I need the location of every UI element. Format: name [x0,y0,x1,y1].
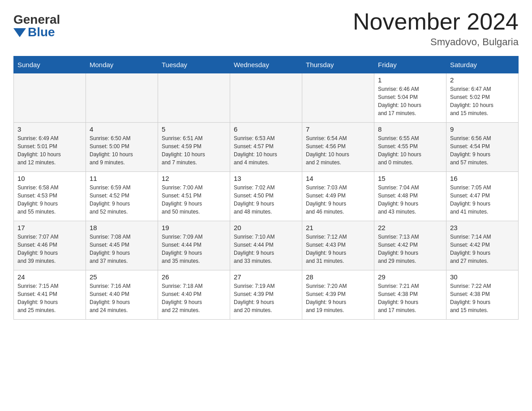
day-number: 19 [162,224,226,231]
day-info: Sunrise: 6:51 AM Sunset: 4:59 PM Dayligh… [162,134,226,167]
day-info: Sunrise: 6:47 AM Sunset: 5:02 PM Dayligh… [450,85,515,117]
day-info: Sunrise: 6:50 AM Sunset: 5:00 PM Dayligh… [90,134,154,167]
calendar-table: SundayMondayTuesdayWednesdayThursdayFrid… [13,56,519,320]
calendar-week-row: 10Sunrise: 6:58 AM Sunset: 4:53 PM Dayli… [14,172,519,221]
day-number: 15 [378,175,442,182]
calendar-cell: 1Sunrise: 6:46 AM Sunset: 5:04 PM Daylig… [374,73,446,123]
day-info: Sunrise: 7:04 AM Sunset: 4:48 PM Dayligh… [378,184,442,216]
day-info: Sunrise: 7:10 AM Sunset: 4:44 PM Dayligh… [234,233,298,265]
day-info: Sunrise: 7:15 AM Sunset: 4:41 PM Dayligh… [17,282,82,314]
day-info: Sunrise: 7:20 AM Sunset: 4:39 PM Dayligh… [306,282,370,314]
day-number: 24 [17,273,82,281]
day-number: 27 [234,273,298,281]
page-header: General Blue November 2024 Smyadovo, Bul… [13,9,519,48]
day-info: Sunrise: 7:14 AM Sunset: 4:42 PM Dayligh… [450,233,515,265]
day-number: 11 [90,175,154,182]
column-header-sunday: Sunday [14,56,86,73]
column-header-saturday: Saturday [446,56,519,73]
day-info: Sunrise: 6:55 AM Sunset: 4:55 PM Dayligh… [378,134,442,167]
day-info: Sunrise: 6:49 AM Sunset: 5:01 PM Dayligh… [17,134,82,167]
day-number: 23 [450,224,515,231]
day-number: 22 [378,224,442,231]
day-info: Sunrise: 7:22 AM Sunset: 4:38 PM Dayligh… [450,282,515,314]
day-info: Sunrise: 7:09 AM Sunset: 4:44 PM Dayligh… [162,233,226,265]
calendar-cell [158,73,230,123]
day-info: Sunrise: 7:07 AM Sunset: 4:46 PM Dayligh… [17,233,82,265]
day-number: 9 [450,125,515,133]
calendar-cell: 3Sunrise: 6:49 AM Sunset: 5:01 PM Daylig… [14,123,86,172]
day-number: 18 [90,224,154,231]
day-number: 17 [17,224,82,231]
day-number: 16 [450,175,515,182]
day-number: 28 [306,273,370,281]
day-info: Sunrise: 7:05 AM Sunset: 4:47 PM Dayligh… [450,184,515,216]
day-info: Sunrise: 7:02 AM Sunset: 4:50 PM Dayligh… [234,184,298,216]
calendar-cell: 18Sunrise: 7:08 AM Sunset: 4:45 PM Dayli… [86,221,158,270]
day-number: 3 [17,125,82,133]
day-number: 6 [234,125,298,133]
day-number: 25 [90,273,154,281]
calendar-cell: 19Sunrise: 7:09 AM Sunset: 4:44 PM Dayli… [158,221,230,270]
day-number: 5 [162,125,226,133]
day-info: Sunrise: 6:46 AM Sunset: 5:04 PM Dayligh… [378,85,442,117]
logo-triangle-icon [13,28,26,37]
calendar-week-row: 17Sunrise: 7:07 AM Sunset: 4:46 PM Dayli… [14,221,519,270]
day-info: Sunrise: 6:54 AM Sunset: 4:56 PM Dayligh… [306,134,370,167]
day-number: 4 [90,125,154,133]
day-info: Sunrise: 7:21 AM Sunset: 4:38 PM Dayligh… [378,282,442,314]
calendar-cell: 20Sunrise: 7:10 AM Sunset: 4:44 PM Dayli… [230,221,302,270]
day-info: Sunrise: 7:13 AM Sunset: 4:42 PM Dayligh… [378,233,442,265]
calendar-cell [230,73,302,123]
day-number: 1 [378,76,442,84]
column-header-monday: Monday [86,56,158,73]
day-info: Sunrise: 7:12 AM Sunset: 4:43 PM Dayligh… [306,233,370,265]
logo-blue-text: Blue [28,26,55,39]
column-header-thursday: Thursday [302,56,374,73]
location-title: Smyadovo, Bulgaria [353,36,519,48]
title-area: November 2024 Smyadovo, Bulgaria [353,9,519,48]
day-number: 12 [162,175,226,182]
day-number: 2 [450,76,515,84]
month-title: November 2024 [353,9,519,34]
calendar-cell: 30Sunrise: 7:22 AM Sunset: 4:38 PM Dayli… [446,270,519,320]
calendar-cell: 24Sunrise: 7:15 AM Sunset: 4:41 PM Dayli… [14,270,86,320]
day-number: 14 [306,175,370,182]
calendar-cell: 21Sunrise: 7:12 AM Sunset: 4:43 PM Dayli… [302,221,374,270]
calendar-cell: 12Sunrise: 7:00 AM Sunset: 4:51 PM Dayli… [158,172,230,221]
day-number: 21 [306,224,370,231]
calendar-cell: 10Sunrise: 6:58 AM Sunset: 4:53 PM Dayli… [14,172,86,221]
calendar-cell: 25Sunrise: 7:16 AM Sunset: 4:40 PM Dayli… [86,270,158,320]
day-info: Sunrise: 7:16 AM Sunset: 4:40 PM Dayligh… [90,282,154,314]
day-number: 7 [306,125,370,133]
calendar-week-row: 24Sunrise: 7:15 AM Sunset: 4:41 PM Dayli… [14,270,519,320]
day-number: 26 [162,273,226,281]
day-number: 8 [378,125,442,133]
logo-general-text: General [13,13,60,26]
calendar-cell: 6Sunrise: 6:53 AM Sunset: 4:57 PM Daylig… [230,123,302,172]
day-info: Sunrise: 7:19 AM Sunset: 4:39 PM Dayligh… [234,282,298,314]
day-info: Sunrise: 7:03 AM Sunset: 4:49 PM Dayligh… [306,184,370,216]
logo: General Blue [13,13,60,39]
column-header-friday: Friday [374,56,446,73]
day-info: Sunrise: 6:56 AM Sunset: 4:54 PM Dayligh… [450,134,515,167]
calendar-cell: 11Sunrise: 6:59 AM Sunset: 4:52 PM Dayli… [86,172,158,221]
calendar-cell: 23Sunrise: 7:14 AM Sunset: 4:42 PM Dayli… [446,221,519,270]
calendar-cell: 5Sunrise: 6:51 AM Sunset: 4:59 PM Daylig… [158,123,230,172]
day-number: 13 [234,175,298,182]
day-info: Sunrise: 6:58 AM Sunset: 4:53 PM Dayligh… [17,184,82,216]
day-info: Sunrise: 7:00 AM Sunset: 4:51 PM Dayligh… [162,184,226,216]
calendar-week-row: 3Sunrise: 6:49 AM Sunset: 5:01 PM Daylig… [14,123,519,172]
calendar-cell [302,73,374,123]
calendar-cell: 7Sunrise: 6:54 AM Sunset: 4:56 PM Daylig… [302,123,374,172]
calendar-cell: 28Sunrise: 7:20 AM Sunset: 4:39 PM Dayli… [302,270,374,320]
calendar-cell [86,73,158,123]
calendar-cell: 8Sunrise: 6:55 AM Sunset: 4:55 PM Daylig… [374,123,446,172]
day-info: Sunrise: 7:18 AM Sunset: 4:40 PM Dayligh… [162,282,226,314]
calendar-cell: 17Sunrise: 7:07 AM Sunset: 4:46 PM Dayli… [14,221,86,270]
calendar-cell: 27Sunrise: 7:19 AM Sunset: 4:39 PM Dayli… [230,270,302,320]
calendar-cell: 9Sunrise: 6:56 AM Sunset: 4:54 PM Daylig… [446,123,519,172]
calendar-cell: 2Sunrise: 6:47 AM Sunset: 5:02 PM Daylig… [446,73,519,123]
column-header-tuesday: Tuesday [158,56,230,73]
calendar-cell: 16Sunrise: 7:05 AM Sunset: 4:47 PM Dayli… [446,172,519,221]
day-info: Sunrise: 6:53 AM Sunset: 4:57 PM Dayligh… [234,134,298,167]
